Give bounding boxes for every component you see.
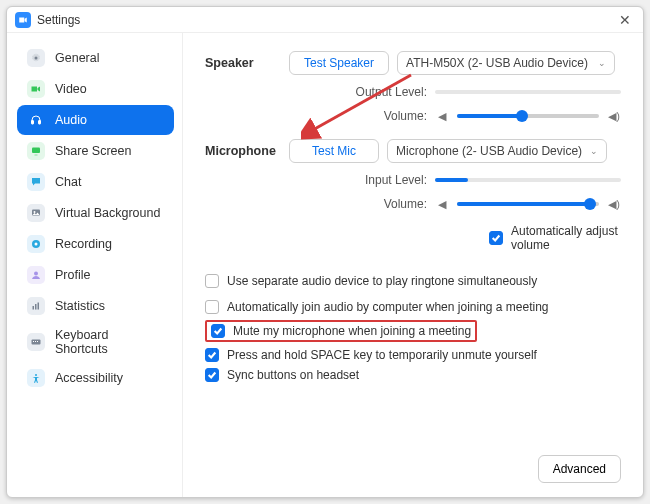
volume-low-icon: ◀ [435,198,449,211]
speaker-device-dropdown[interactable]: ATH-M50X (2- USB Audio Device) ⌄ [397,51,615,75]
chevron-down-icon: ⌄ [590,146,598,156]
sidebar-item-label: Accessibility [55,371,123,385]
svg-point-16 [35,374,37,376]
speaker-heading: Speaker [205,51,289,70]
sidebar: General Video Audio Share Screen Chat Vi… [7,33,183,497]
background-icon [27,204,45,222]
video-icon [27,80,45,98]
output-level-meter [435,90,621,94]
keyboard-icon [27,333,45,351]
svg-rect-9 [33,306,35,310]
mic-volume-slider[interactable] [457,202,599,206]
sidebar-item-label: Virtual Background [55,206,160,220]
speaker-volume-label: Volume: [289,109,427,123]
sidebar-item-label: Statistics [55,299,105,313]
output-level-label: Output Level: [289,85,427,99]
sidebar-item-label: Audio [55,113,87,127]
sidebar-item-label: Keyboard Shortcuts [55,328,164,356]
volume-high-icon: ◀) [607,110,621,123]
space-unmute-option: Press and hold SPACE key to temporarily … [205,348,621,362]
mute-on-join-option: Mute my microphone when joining a meetin… [205,320,477,342]
mic-device-dropdown[interactable]: Microphone (2- USB Audio Device) ⌄ [387,139,607,163]
sync-headset-checkbox[interactable] [205,368,219,382]
svg-point-8 [34,272,38,276]
svg-rect-3 [32,148,40,154]
titlebar: Settings ✕ [7,7,643,33]
sidebar-item-label: Chat [55,175,81,189]
gear-icon [27,49,45,67]
settings-window: Settings ✕ General Video Audio Share Scr… [6,6,644,498]
svg-point-7 [35,243,38,246]
svg-rect-14 [35,341,36,342]
test-speaker-button[interactable]: Test Speaker [289,51,389,75]
input-level-label: Input Level: [289,173,427,187]
sidebar-item-label: General [55,51,99,65]
sidebar-item-accessibility[interactable]: Accessibility [17,363,174,393]
sidebar-item-share-screen[interactable]: Share Screen [17,136,174,166]
content-pane: Speaker Test Speaker ATH-M50X (2- USB Au… [183,33,643,497]
sidebar-item-keyboard-shortcuts[interactable]: Keyboard Shortcuts [17,322,174,362]
svg-rect-10 [35,304,37,310]
mic-device-value: Microphone (2- USB Audio Device) [396,144,582,158]
sidebar-item-chat[interactable]: Chat [17,167,174,197]
advanced-button[interactable]: Advanced [538,455,621,483]
mute-on-join-checkbox[interactable] [211,324,225,338]
space-unmute-label: Press and hold SPACE key to temporarily … [227,348,537,362]
svg-point-5 [34,211,36,213]
sidebar-item-label: Video [55,82,87,96]
space-unmute-checkbox[interactable] [205,348,219,362]
svg-rect-13 [33,341,34,342]
sync-headset-label: Sync buttons on headset [227,368,359,382]
microphone-section: Microphone Test Mic Microphone (2- USB A… [205,139,621,255]
record-icon [27,235,45,253]
mic-volume-label: Volume: [289,197,427,211]
accessibility-icon [27,369,45,387]
svg-rect-11 [38,303,40,310]
window-title: Settings [37,13,80,27]
sidebar-item-audio[interactable]: Audio [17,105,174,135]
stats-icon [27,297,45,315]
sidebar-item-recording[interactable]: Recording [17,229,174,259]
ringtone-checkbox[interactable] [205,274,219,288]
sidebar-item-label: Share Screen [55,144,131,158]
auto-adjust-label: Automatically adjust volume [511,224,621,252]
sidebar-item-label: Recording [55,237,112,251]
chevron-down-icon: ⌄ [598,58,606,68]
sidebar-item-general[interactable]: General [17,43,174,73]
microphone-heading: Microphone [205,139,289,158]
ringtone-option: Use separate audio device to play ringto… [205,274,621,288]
autojoin-label: Automatically join audio by computer whe… [227,300,549,314]
sidebar-item-video[interactable]: Video [17,74,174,104]
chat-icon [27,173,45,191]
ringtone-label: Use separate audio device to play ringto… [227,274,537,288]
svg-rect-2 [39,121,41,125]
share-screen-icon [27,142,45,160]
svg-rect-15 [37,341,38,342]
sidebar-item-virtual-background[interactable]: Virtual Background [17,198,174,228]
autojoin-option: Automatically join audio by computer whe… [205,300,621,314]
sync-headset-option: Sync buttons on headset [205,368,621,382]
auto-adjust-volume-checkbox[interactable] [489,231,503,245]
autojoin-checkbox[interactable] [205,300,219,314]
test-mic-button[interactable]: Test Mic [289,139,379,163]
sidebar-item-label: Profile [55,268,90,282]
app-icon [15,12,31,28]
headphones-icon [27,111,45,129]
speaker-volume-slider[interactable] [457,114,599,118]
profile-icon [27,266,45,284]
input-level-meter [435,178,621,182]
volume-high-icon: ◀) [607,198,621,211]
close-button[interactable]: ✕ [615,10,635,30]
mute-on-join-label: Mute my microphone when joining a meetin… [233,324,471,338]
sidebar-item-statistics[interactable]: Statistics [17,291,174,321]
svg-rect-1 [32,121,34,125]
speaker-device-value: ATH-M50X (2- USB Audio Device) [406,56,588,70]
sidebar-item-profile[interactable]: Profile [17,260,174,290]
speaker-section: Speaker Test Speaker ATH-M50X (2- USB Au… [205,51,621,123]
volume-low-icon: ◀ [435,110,449,123]
